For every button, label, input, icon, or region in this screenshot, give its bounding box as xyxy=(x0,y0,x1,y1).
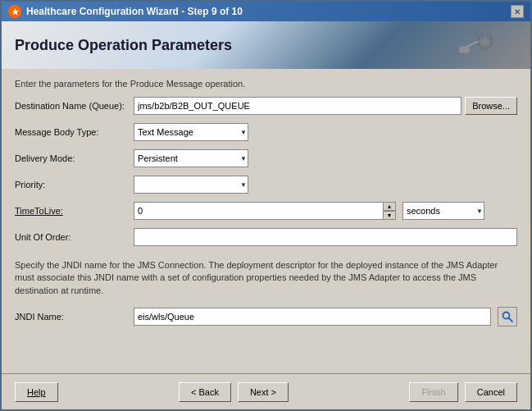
destination-control: Browse... xyxy=(134,97,517,115)
timetolive-input[interactable] xyxy=(134,202,396,220)
app-icon: ★ xyxy=(8,5,21,18)
priority-control: 0123 4567 89 ▼ xyxy=(134,176,517,194)
timetolive-up-button[interactable]: ▲ xyxy=(383,202,396,211)
title-bar-left: ★ Healthcare Configuration Wizard - Step… xyxy=(8,5,243,18)
svg-rect-3 xyxy=(483,48,487,51)
timetolive-spinners: ▲ ▼ xyxy=(383,202,396,220)
jndi-control xyxy=(134,307,517,327)
jndi-input[interactable] xyxy=(134,308,491,326)
destination-row: Destination Name (Queue): Browse... xyxy=(15,97,517,115)
timetolive-label: TimeToLive: xyxy=(15,206,134,216)
next-button[interactable]: Next > xyxy=(238,382,289,402)
title-bar: ★ Healthcare Configuration Wizard - Step… xyxy=(2,2,530,21)
message-body-label: Message Body Type: xyxy=(15,127,134,137)
svg-rect-2 xyxy=(483,33,487,36)
delivery-mode-control: Persistent Non-Persistent ▼ xyxy=(134,149,517,167)
jndi-label: JNDI Name: xyxy=(15,312,134,322)
gear-icon xyxy=(457,25,498,62)
timetolive-row: TimeToLive: ▲ ▼ seconds milliseconds min… xyxy=(15,202,517,220)
delivery-mode-select-wrapper: Persistent Non-Persistent ▼ xyxy=(134,149,248,167)
message-body-control: Text Message Bytes Message Map Message O… xyxy=(134,123,517,141)
browse-button[interactable]: Browse... xyxy=(465,97,517,115)
svg-line-13 xyxy=(509,318,513,322)
search-icon xyxy=(501,310,514,323)
delivery-mode-label: Delivery Mode: xyxy=(15,153,134,163)
cancel-button[interactable]: Cancel xyxy=(465,382,517,402)
back-button[interactable]: < Back xyxy=(179,382,231,402)
jndi-search-button[interactable] xyxy=(498,307,517,327)
header-decoration xyxy=(457,25,522,66)
jndi-info-text: Specify the JNDI name for the JMS Connec… xyxy=(15,259,517,297)
seconds-select-wrapper: seconds milliseconds minutes hours ▼ xyxy=(399,202,484,220)
destination-input[interactable] xyxy=(134,97,462,115)
message-body-select[interactable]: Text Message Bytes Message Map Message O… xyxy=(134,123,248,141)
footer-right: Finish Cancel xyxy=(409,382,517,402)
form-content: Enter the parameters for the Produce Mes… xyxy=(2,69,530,373)
priority-select-wrapper: 0123 4567 89 ▼ xyxy=(134,176,248,194)
header-banner: Produce Operation Parameters xyxy=(2,21,530,69)
form-description: Enter the parameters for the Produce Mes… xyxy=(15,79,517,89)
priority-label: Priority: xyxy=(15,180,134,190)
delivery-mode-select[interactable]: Persistent Non-Persistent xyxy=(134,149,248,167)
timetolive-spinner-wrapper: ▲ ▼ xyxy=(134,202,396,220)
unit-of-order-row: Unit Of Order: xyxy=(15,228,517,246)
window-title: Healthcare Configuration Wizard - Step 9… xyxy=(26,6,243,17)
main-window: ★ Healthcare Configuration Wizard - Step… xyxy=(0,0,532,411)
svg-point-1 xyxy=(482,39,489,45)
priority-row: Priority: 0123 4567 89 ▼ xyxy=(15,176,517,194)
destination-label: Destination Name (Queue): xyxy=(15,101,134,111)
help-button[interactable]: Help xyxy=(15,382,58,402)
timetolive-down-button[interactable]: ▼ xyxy=(383,211,396,220)
priority-select[interactable]: 0123 4567 89 xyxy=(134,176,248,194)
jndi-row: JNDI Name: xyxy=(15,307,517,327)
delivery-mode-row: Delivery Mode: Persistent Non-Persistent… xyxy=(15,149,517,167)
svg-rect-11 xyxy=(459,47,470,53)
close-button[interactable]: ✕ xyxy=(511,5,524,18)
unit-of-order-control xyxy=(134,228,517,246)
finish-button[interactable]: Finish xyxy=(409,382,457,402)
footer-center: < Back Next > xyxy=(179,382,289,402)
page-title: Produce Operation Parameters xyxy=(15,37,232,54)
footer-left: Help xyxy=(15,382,58,402)
seconds-select[interactable]: seconds milliseconds minutes hours xyxy=(402,202,484,220)
unit-of-order-input[interactable] xyxy=(134,228,517,246)
message-body-select-wrapper: Text Message Bytes Message Map Message O… xyxy=(134,123,248,141)
timetolive-control: ▲ ▼ seconds milliseconds minutes hours ▼ xyxy=(134,202,517,220)
unit-of-order-label: Unit Of Order: xyxy=(15,232,134,242)
footer: Help < Back Next > Finish Cancel xyxy=(2,373,530,409)
message-body-row: Message Body Type: Text Message Bytes Me… xyxy=(15,123,517,141)
svg-rect-5 xyxy=(491,39,494,43)
